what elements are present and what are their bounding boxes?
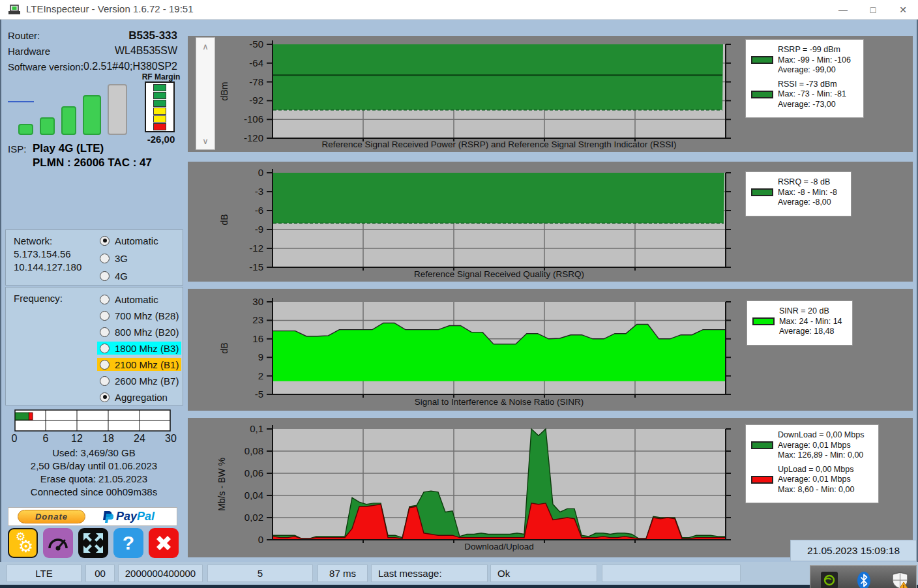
minimize-button[interactable]: — (828, 0, 858, 20)
sinr-chart-panel: 30231692-5 dB Signal to Interference & N… (188, 289, 913, 411)
svg-text:!: ! (903, 583, 905, 588)
legend-text: RSRP = -99 dBmMax: -99 - Min: -106Averag… (778, 45, 851, 76)
svg-text:30: 30 (252, 296, 263, 307)
rf-margin-segment (153, 84, 166, 91)
radio-icon[interactable] (100, 236, 110, 246)
speedtest-button[interactable] (43, 528, 73, 558)
info-label: Hardware (8, 46, 50, 57)
radio-icon[interactable] (100, 376, 110, 386)
legend-text: RSSI = -73 dBmMax: -73 - Min: -81Average… (778, 80, 846, 110)
usage-connected-since: Connected since 00h09m38s (0, 486, 188, 497)
legend-entry: DownLoad = 0,00 MbpsAverage: 0,01 MbpsMa… (751, 430, 873, 461)
settings-button[interactable]: ⚙ ⚙ (8, 528, 38, 558)
lan-ip: 10.144.127.180 (14, 261, 81, 272)
radio-label: 1800 Mhz (B3) (115, 343, 179, 354)
network-option-4g[interactable]: 4G (97, 269, 130, 282)
rf-margin-segment (153, 100, 166, 107)
network-option-automatic[interactable]: Automatic (97, 234, 161, 247)
status-bar: LTE002000000400000587 msLast message:Ok (0, 562, 918, 585)
isp-plmn-tac: PLMN : 26006 TAC : 47 (33, 156, 152, 169)
paypal-logo[interactable]: PayPal (102, 510, 155, 523)
svg-text:23: 23 (252, 314, 263, 325)
sidebar: Router:B535-333HardwareWL4B535SWSoftware… (0, 20, 188, 562)
isp-name: Play 4G (LTE) (33, 142, 104, 155)
svg-text:⚙: ⚙ (18, 537, 33, 556)
defender-tray-icon[interactable]: ! (891, 572, 909, 588)
expand-button[interactable] (78, 528, 108, 558)
exit-button[interactable] (149, 528, 179, 558)
radio-icon[interactable] (100, 271, 110, 281)
quota-usage-chart (14, 409, 171, 432)
frequency-option-2600-mhz-b7-[interactable]: 2600 Mhz (B7) (97, 374, 181, 387)
svg-text:-12: -12 (249, 243, 263, 254)
rf-margin-segment (153, 123, 166, 130)
help-button[interactable]: ? (113, 528, 143, 558)
radio-label: 3G (115, 253, 128, 264)
app-icon (8, 4, 21, 16)
legend-swatch-icon (751, 476, 773, 484)
frequency-option-700-mhz-b28-[interactable]: 700 Mhz (B28) (97, 309, 181, 322)
rf-margin-segment (153, 108, 166, 115)
rf-margin-segment (153, 92, 166, 99)
frequency-option-automatic[interactable]: Automatic (97, 293, 161, 306)
radio-label: Aggregation (115, 392, 168, 403)
network-option-3g[interactable]: 3G (97, 252, 130, 265)
radio-icon[interactable] (100, 360, 110, 370)
svg-text:-64: -64 (249, 57, 263, 68)
paypal-pal-text: Pal (137, 510, 155, 523)
rsrq-chart-panel: 0-3-6-9-12-15 dB Reference Signal Receiv… (188, 162, 913, 282)
signal-bar-active (18, 124, 33, 135)
svg-text:2: 2 (258, 370, 263, 381)
status-ping: 87 ms (318, 565, 368, 582)
svg-text:9: 9 (258, 351, 263, 362)
frequency-option-1800-mhz-b3-[interactable]: 1800 Mhz (B3) (97, 342, 181, 355)
info-label: Router: (8, 30, 40, 41)
radio-label: 800 Mhz (B20) (115, 327, 179, 338)
usage-per-day: 2,50 GB/day until 01.06.2023 (0, 460, 188, 471)
legend-swatch-icon (752, 317, 775, 325)
paypal-mark-icon (102, 510, 113, 523)
radio-icon[interactable] (100, 344, 110, 353)
rf-margin-indicator-line (8, 101, 34, 102)
info-row: HardwareWL4B535SW (8, 46, 179, 59)
maximize-button[interactable]: □ (858, 0, 888, 20)
svg-text:0,04: 0,04 (244, 490, 263, 501)
close-button[interactable]: ✕ (888, 0, 918, 20)
svg-text:-50: -50 (249, 38, 263, 50)
legend-text: RSRQ = -8 dBMax: -8 - Min: -8Average: -8… (778, 177, 837, 208)
usage-erase-quota: Erase quota: 21.05.2023 (0, 473, 188, 484)
status-network-type: LTE (7, 565, 81, 582)
radio-icon[interactable] (100, 392, 110, 402)
bluetooth-tray-icon[interactable] (857, 572, 870, 588)
download-upload-chart-panel: 0,10,080,060,040,020 Mb/s - BW % Downloa… (188, 418, 913, 557)
info-label: Software version: (8, 61, 83, 72)
usage-used: Used: 3,469/30 GB (0, 447, 188, 458)
svg-text:0,02: 0,02 (244, 512, 263, 523)
radio-icon[interactable] (100, 311, 110, 321)
svg-text:-120: -120 (244, 132, 263, 143)
frequency-option-800-mhz-b20-[interactable]: 800 Mhz (B20) (97, 325, 181, 338)
svg-text:0,1: 0,1 (250, 423, 263, 434)
legend-swatch-icon (751, 56, 773, 64)
radio-icon[interactable] (100, 295, 110, 304)
quota-axis-ticks: 0612182430 (14, 433, 175, 446)
svg-text:0: 0 (258, 534, 263, 545)
rsrp-rssi-chart-panel: ∧ ∨ -50-64-78-92-106-120 dBm Reference S… (188, 36, 913, 152)
chart-legend: DownLoad = 0,00 MbpsAverage: 0,01 MbpsMa… (745, 424, 879, 503)
svg-text:0,08: 0,08 (244, 445, 263, 456)
isp-label: ISP: (8, 143, 26, 154)
nvidia-tray-icon[interactable] (821, 572, 838, 588)
frequency-option-2100-mhz-b1-[interactable]: 2100 Mhz (B1) (97, 358, 181, 371)
donate-button[interactable]: Donate (18, 510, 85, 523)
donate-paypal-banner[interactable]: Donate PayPal (8, 507, 177, 526)
rf-margin-gauge (145, 81, 175, 132)
quota-tick-label: 24 (134, 433, 145, 445)
signal-strength-bars (18, 81, 136, 135)
radio-icon[interactable] (100, 254, 110, 263)
quota-tick-label: 12 (71, 433, 83, 445)
svg-text:16: 16 (252, 333, 263, 344)
frequency-option-aggregation[interactable]: Aggregation (97, 390, 170, 404)
radio-icon[interactable] (100, 327, 110, 337)
chart-legend: SINR = 20 dBMax: 24 - Min: 14Average: 18… (747, 301, 853, 345)
legend-swatch-icon (751, 91, 773, 98)
